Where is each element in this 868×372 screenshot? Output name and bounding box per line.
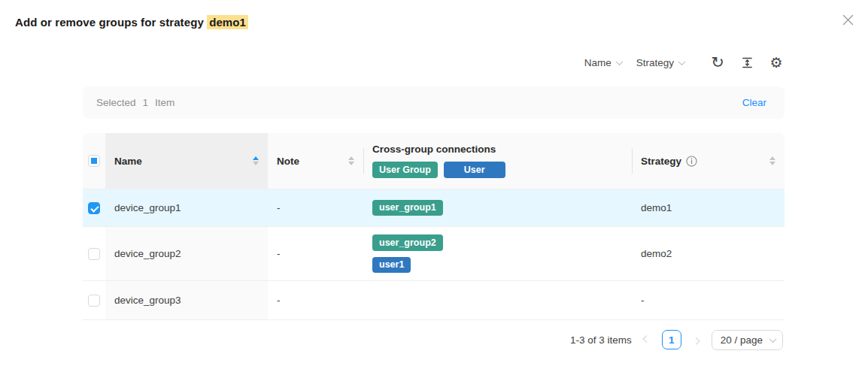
user-group-badge: user_group1 [372, 200, 443, 216]
table-row[interactable]: device_group3 - - [83, 281, 785, 320]
column-header-cross-group-label: Cross-group connections [372, 144, 496, 155]
row-checkbox[interactable] [88, 202, 100, 214]
sort-ascending-icon [769, 156, 775, 160]
refresh-icon: ↻ [711, 54, 724, 70]
current-page-button[interactable]: 1 [662, 330, 681, 349]
column-header-note-label: Note [277, 156, 299, 167]
sort-icons [253, 156, 259, 166]
selection-bar: Selected 1 Item Clear [83, 86, 785, 119]
clear-selection-link[interactable]: Clear [742, 97, 766, 108]
table-header-row: Name Note Cross-group connections User G… [83, 133, 785, 189]
groups-table: Name Note Cross-group connections User G… [83, 133, 785, 320]
next-page-button[interactable] [690, 334, 703, 346]
cell-name: device_group1 [105, 189, 268, 226]
cell-cross-group [363, 281, 632, 319]
cell-strategy: demo2 [632, 227, 785, 280]
row-checkbox-cell [83, 281, 105, 319]
close-icon [842, 14, 854, 26]
user-badge: user1 [372, 257, 411, 274]
chevron-left-icon [643, 335, 651, 343]
cell-note: - [268, 227, 363, 280]
selected-unit: Item [155, 97, 175, 108]
chevron-down-icon [615, 58, 623, 65]
column-header-name-label: Name [114, 156, 142, 167]
cell-note: - [268, 189, 363, 226]
cell-note: - [268, 281, 363, 319]
chevron-down-icon [769, 335, 777, 343]
close-button[interactable] [839, 11, 856, 28]
selected-count: 1 [143, 97, 149, 108]
toolbar: Name Strategy ↻ ⚙ [584, 53, 785, 72]
page-title-text: Add or remove groups for strategy [15, 16, 204, 29]
sort-descending-icon [769, 162, 775, 165]
sort-descending-icon [253, 162, 259, 165]
column-header-cross-group: Cross-group connections User Group User [363, 133, 632, 189]
cell-cross-group: user_group1 [363, 189, 632, 226]
column-header-strategy-label: Strategy [641, 156, 681, 167]
toolbar-icons: ↻ ⚙ [709, 54, 785, 71]
filter-name-dropdown[interactable]: Name [584, 57, 622, 68]
column-height-icon [741, 56, 754, 69]
page-title: Add or remove groups for strategy demo1 [15, 16, 248, 29]
refresh-button[interactable]: ↻ [709, 54, 726, 71]
table-row[interactable]: device_group1 - user_group1 demo1 [83, 189, 785, 227]
legend-user-group-badge: User Group [372, 162, 438, 178]
sort-descending-icon [348, 162, 354, 165]
cell-name: device_group3 [105, 281, 268, 319]
chevron-right-icon [693, 337, 700, 344]
page-size-select[interactable]: 20 / page [712, 330, 783, 350]
row-checkbox-cell [83, 227, 105, 280]
page-size-value: 20 / page [721, 334, 763, 346]
filter-strategy-dropdown[interactable]: Strategy [636, 57, 684, 68]
column-header-note[interactable]: Note [268, 133, 363, 189]
table-row[interactable]: device_group2 - user_group2 user1 demo2 [83, 227, 785, 281]
strategy-name-highlight: demo1 [207, 15, 248, 29]
pagination: 1-3 of 3 items 1 20 / page [570, 329, 783, 350]
row-height-button[interactable] [739, 54, 755, 71]
badge-legend: User Group User [372, 162, 505, 178]
sort-ascending-icon [348, 156, 354, 160]
prev-page-button[interactable] [641, 334, 653, 346]
sort-icons [769, 156, 775, 166]
select-all-checkbox[interactable] [88, 155, 100, 167]
column-header-name[interactable]: Name [105, 133, 268, 189]
cell-strategy: - [632, 281, 785, 319]
filter-name-label: Name [584, 57, 612, 68]
pagination-summary: 1-3 of 3 items [570, 334, 632, 346]
filter-strategy-label: Strategy [636, 57, 674, 68]
user-group-badge: user_group2 [372, 234, 443, 251]
settings-button[interactable]: ⚙ [768, 54, 785, 71]
sort-icons [348, 156, 354, 166]
legend-user-badge: User [444, 162, 505, 178]
row-checkbox[interactable] [88, 295, 100, 307]
header-checkbox-cell [83, 133, 105, 189]
row-checkbox-cell [83, 189, 105, 226]
cell-strategy: demo1 [632, 189, 785, 226]
info-icon[interactable] [686, 156, 697, 167]
selected-label: Selected [96, 97, 136, 108]
row-checkbox[interactable] [88, 248, 100, 260]
column-header-strategy[interactable]: Strategy [632, 133, 785, 189]
cell-cross-group: user_group2 user1 [363, 227, 632, 280]
sort-ascending-icon [253, 156, 259, 160]
gear-icon: ⚙ [769, 56, 782, 70]
chevron-down-icon [678, 58, 686, 65]
cell-name: device_group2 [105, 227, 268, 280]
